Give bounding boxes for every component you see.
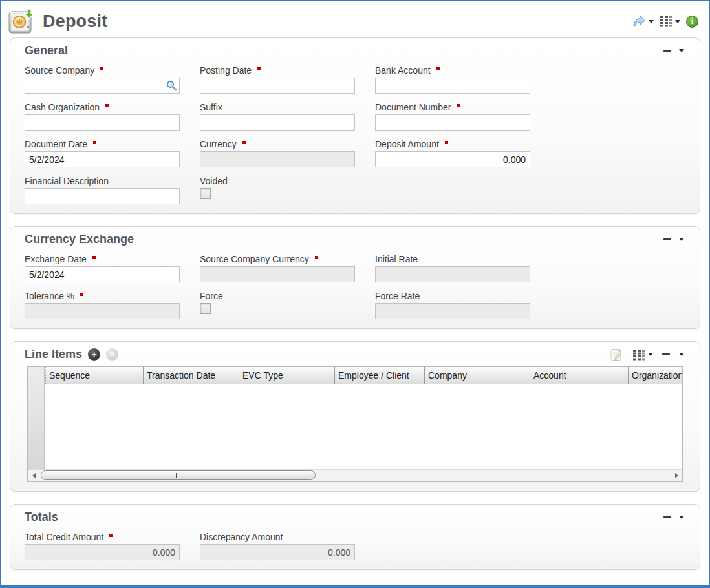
collapse-icon[interactable] — [679, 49, 684, 52]
exchange-date-label: Exchange Date — [25, 254, 200, 264]
exchange-date-input[interactable] — [25, 266, 180, 282]
section-line-items: Line Items + ✕ — [10, 341, 700, 492]
actions-menu-button[interactable] — [630, 14, 655, 29]
source-company-label: Source Company — [25, 65, 200, 76]
bank-account-input[interactable] — [375, 78, 530, 94]
required-marker — [100, 67, 103, 70]
chevron-down-icon — [649, 20, 654, 23]
columns-menu-button[interactable] — [658, 14, 682, 28]
section-currency-exchange: Currency Exchange Exchange Date Source C… — [10, 226, 700, 329]
curved-arrow-icon — [632, 16, 647, 28]
column-header-company[interactable]: Company — [424, 367, 530, 384]
voided-checkbox[interactable] — [200, 188, 211, 199]
deposit-amount-label: Deposit Amount — [375, 139, 550, 149]
required-marker — [80, 293, 83, 296]
page-title: Deposit — [43, 12, 107, 32]
required-marker — [457, 104, 460, 107]
scroll-left-arrow[interactable] — [28, 473, 39, 478]
discrepancy-amount-label: Discrepancy Amount — [200, 532, 375, 542]
total-credit-amount-label: Total Credit Amount — [25, 532, 200, 542]
minimize-icon[interactable] — [663, 238, 671, 240]
export-icon[interactable] — [610, 348, 623, 361]
delete-line-item-button[interactable]: ✕ — [106, 348, 118, 361]
required-marker — [445, 141, 448, 144]
minimize-icon[interactable] — [663, 516, 671, 518]
source-company-input[interactable] — [25, 78, 180, 94]
force-checkbox[interactable] — [200, 303, 211, 314]
discrepancy-amount-input — [200, 544, 355, 560]
line-items-columns-button[interactable] — [632, 349, 653, 361]
column-header-sequence[interactable]: Sequence — [45, 367, 143, 384]
scroll-right-arrow[interactable] — [671, 473, 682, 478]
required-marker — [257, 67, 261, 70]
section-title-line-items: Line Items — [25, 348, 82, 361]
cash-organization-label: Cash Organization — [25, 102, 200, 112]
posting-date-label: Posting Date — [200, 65, 375, 76]
force-label: Force — [200, 291, 375, 301]
required-marker — [315, 256, 318, 259]
document-date-label: Document Date — [25, 139, 200, 149]
section-title-general: General — [25, 44, 68, 58]
column-header-employee-client[interactable]: Employee / Client — [334, 367, 424, 384]
app-header: Deposit — [1, 1, 709, 37]
currency-input — [200, 151, 355, 167]
document-date-input[interactable] — [25, 151, 180, 167]
required-marker — [105, 104, 109, 107]
deposit-amount-input[interactable] — [375, 151, 530, 167]
posting-date-input[interactable] — [200, 78, 355, 94]
bank-account-label: Bank Account — [375, 65, 550, 76]
collapse-icon[interactable] — [679, 516, 684, 519]
line-items-table: Sequence Transaction Date EVC Type Emplo… — [27, 366, 683, 482]
voided-label: Voided — [200, 176, 375, 186]
financial-description-label: Financial Description — [25, 176, 200, 186]
column-header-transaction-date[interactable]: Transaction Date — [143, 367, 239, 384]
source-company-currency-label: Source Company Currency — [200, 254, 375, 264]
required-marker — [109, 534, 113, 537]
collapse-icon[interactable] — [679, 238, 684, 241]
minimize-icon[interactable] — [663, 50, 671, 52]
section-totals: Totals Total Credit Amount Discrepancy A… — [10, 504, 700, 570]
columns-icon — [660, 16, 673, 27]
total-credit-amount-input — [25, 544, 180, 560]
force-rate-label: Force Rate — [375, 291, 550, 301]
column-header-account[interactable]: Account — [530, 367, 628, 384]
required-marker — [242, 141, 246, 144]
section-title-currency-exchange: Currency Exchange — [25, 233, 134, 246]
chevron-down-icon — [675, 20, 680, 23]
section-general: General Source Company — [10, 37, 700, 214]
chevron-down-icon — [648, 353, 653, 356]
deposit-page: Deposit — [0, 0, 710, 588]
add-line-item-button[interactable]: + — [88, 348, 100, 361]
minimize-icon[interactable] — [662, 353, 670, 355]
required-marker — [93, 141, 96, 144]
currency-label: Currency — [200, 139, 375, 149]
table-body-empty — [45, 384, 682, 469]
collapse-icon[interactable] — [679, 353, 684, 356]
table-header-row: Sequence Transaction Date EVC Type Emplo… — [45, 367, 682, 384]
source-company-currency-input — [200, 266, 355, 282]
deposit-safe-icon — [8, 8, 35, 34]
cash-organization-input[interactable] — [25, 114, 180, 131]
column-header-evc-type[interactable]: EVC Type — [239, 367, 334, 384]
section-title-totals: Totals — [25, 510, 58, 524]
initial-rate-label: Initial Rate — [375, 254, 550, 264]
columns-icon — [632, 349, 646, 361]
horizontal-scrollbar[interactable] — [28, 469, 682, 481]
info-icon: i — [686, 16, 698, 28]
financial-description-input[interactable] — [25, 188, 180, 204]
suffix-input[interactable] — [200, 114, 355, 131]
tolerance-label: Tolerance % — [25, 291, 200, 301]
tolerance-input — [25, 303, 180, 319]
document-number-input[interactable] — [375, 114, 530, 131]
column-header-organization[interactable]: Organization — [628, 367, 682, 384]
suffix-label: Suffix — [200, 102, 375, 112]
initial-rate-input — [375, 266, 530, 282]
row-selector-gutter — [28, 367, 45, 469]
header-actions: i — [630, 14, 700, 29]
required-marker — [92, 256, 96, 259]
required-marker — [436, 67, 440, 70]
scrollbar-thumb[interactable] — [41, 470, 316, 480]
document-number-label: Document Number — [375, 102, 550, 112]
search-icon[interactable] — [166, 80, 177, 91]
info-button[interactable]: i — [685, 14, 700, 29]
